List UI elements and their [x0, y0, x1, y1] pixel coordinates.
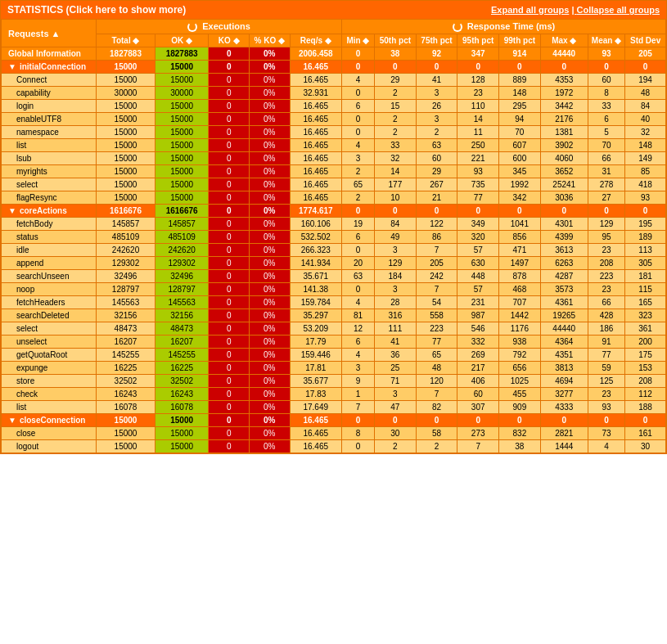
expand-all-button[interactable]: Expand all groups: [491, 5, 569, 15]
cell-ok: 15000: [155, 414, 208, 427]
col-max[interactable]: Max ◆: [540, 34, 588, 47]
cell-p95: 0: [457, 205, 499, 218]
cell-mean: 77: [588, 349, 624, 362]
cell-reqps: 532.502: [290, 231, 341, 244]
cell-stddev: 195: [625, 218, 666, 231]
cell-p95: 231: [457, 296, 499, 309]
cell-ko-pct: 0%: [249, 205, 290, 218]
cell-ko: 0: [209, 283, 250, 296]
cell-ok: 145857: [155, 218, 208, 231]
response-group-header: Response Time (ms): [341, 20, 665, 34]
col-pct-ko[interactable]: % KO ◆: [249, 34, 290, 47]
cell-ko-pct: 0%: [249, 309, 290, 322]
cell-total: 32156: [97, 309, 155, 322]
cell-ko-pct: 0%: [249, 427, 290, 440]
table-row: myrights150001500000%16.4652142993345365…: [2, 165, 666, 178]
cell-total: 242620: [97, 244, 155, 257]
group-row[interactable]: ▼initialConnection150001500000%16.465000…: [2, 61, 666, 74]
cell-ko: 0: [209, 322, 250, 336]
col-stddev[interactable]: Std Dev: [625, 34, 666, 47]
col-mean[interactable]: Mean ◆: [588, 34, 624, 47]
cell-ko-pct: 0%: [249, 414, 290, 427]
row-name[interactable]: ▼closeConnection: [2, 414, 97, 427]
cell-ok: 15000: [155, 74, 208, 87]
row-name[interactable]: ▼coreActions: [2, 205, 97, 218]
cell-p95: 987: [457, 309, 499, 322]
col-min[interactable]: Min ◆: [341, 34, 374, 47]
row-name[interactable]: ▼initialConnection: [2, 61, 97, 74]
col-ok[interactable]: OK ◆: [155, 34, 208, 47]
cell-mean: 23: [588, 388, 624, 401]
collapse-all-button[interactable]: Collapse all groups: [577, 5, 660, 15]
cell-p95: 630: [457, 257, 499, 270]
cell-p50: 15: [375, 100, 417, 113]
cell-p95: 448: [457, 270, 499, 283]
col-p99[interactable]: 99th pct: [499, 34, 541, 47]
cell-ko: 0: [209, 152, 250, 165]
cell-total: 32502: [97, 375, 155, 388]
cell-reqps: 16.465: [290, 61, 341, 74]
cell-min: 0: [341, 440, 374, 453]
col-reqps[interactable]: Req/s ◆: [290, 34, 341, 47]
cell-mean: 0: [588, 414, 624, 427]
cell-ko-pct: 0%: [249, 322, 290, 336]
cell-p50: 0: [375, 61, 417, 74]
cell-p99: 792: [499, 349, 541, 362]
cell-p75: 65: [416, 349, 457, 362]
cell-reqps: 17.83: [290, 388, 341, 401]
requests-header[interactable]: Requests ▲: [2, 20, 97, 47]
cell-ko: 0: [209, 401, 250, 414]
cell-p75: 21: [416, 191, 457, 205]
cell-mean: 27: [588, 191, 624, 205]
row-name: store: [2, 375, 97, 388]
table-row: namespace150001500000%16.465022117013815…: [2, 126, 666, 139]
cell-reqps: 35.297: [290, 309, 341, 322]
cell-min: 6: [341, 100, 374, 113]
col-total[interactable]: Total ◆: [97, 34, 155, 47]
cell-reqps: 35.677: [290, 375, 341, 388]
table-row: idle24262024262000%266.32303757471361323…: [2, 244, 666, 257]
cell-ok: 32156: [155, 309, 208, 322]
cell-ok: 16225: [155, 362, 208, 375]
cell-p50: 41: [375, 336, 417, 349]
cell-mean: 5: [588, 126, 624, 139]
cell-p95: 269: [457, 349, 499, 362]
cell-mean: 70: [588, 139, 624, 152]
cell-total: 15000: [97, 61, 155, 74]
cell-ko-pct: 0%: [249, 139, 290, 152]
cell-ko-pct: 0%: [249, 349, 290, 362]
cell-total: 32496: [97, 270, 155, 283]
col-p75[interactable]: 75th pct: [416, 34, 457, 47]
cell-mean: 66: [588, 296, 624, 309]
cell-p99: 656: [499, 362, 541, 375]
col-p50[interactable]: 50th pct: [375, 34, 417, 47]
cell-p95: 128: [457, 74, 499, 87]
cell-p99: 94: [499, 113, 541, 126]
cell-max: 1381: [540, 126, 588, 139]
cell-total: 16243: [97, 388, 155, 401]
cell-p95: 11: [457, 126, 499, 139]
cell-mean: 93: [588, 401, 624, 414]
col-p95[interactable]: 95th pct: [457, 34, 499, 47]
cell-p99: 1041: [499, 218, 541, 231]
cell-ok: 15000: [155, 61, 208, 74]
cell-p75: 60: [416, 152, 457, 165]
statistics-header[interactable]: STATISTICS (Click here to show more) Exp…: [1, 1, 666, 19]
cell-ko-pct: 0%: [249, 244, 290, 257]
cell-min: 9: [341, 375, 374, 388]
cell-reqps: 16.465: [290, 113, 341, 126]
cell-stddev: 165: [625, 296, 666, 309]
cell-max: 4333: [540, 401, 588, 414]
statistics-title: STATISTICS (Click here to show more): [7, 4, 186, 16]
cell-ko-pct: 0%: [249, 388, 290, 401]
cell-p99: 70: [499, 126, 541, 139]
cell-total: 48473: [97, 322, 155, 336]
col-ko[interactable]: KO ◆: [209, 34, 250, 47]
group-row[interactable]: ▼closeConnection150001500000%16.46500000…: [2, 414, 666, 427]
group-row[interactable]: ▼coreActions1616676161667600%1774.617000…: [2, 205, 666, 218]
row-name: status: [2, 231, 97, 244]
cell-ok: 15000: [155, 165, 208, 178]
cell-p75: 3: [416, 113, 457, 126]
cell-mean: 23: [588, 244, 624, 257]
cell-p75: 205: [416, 257, 457, 270]
